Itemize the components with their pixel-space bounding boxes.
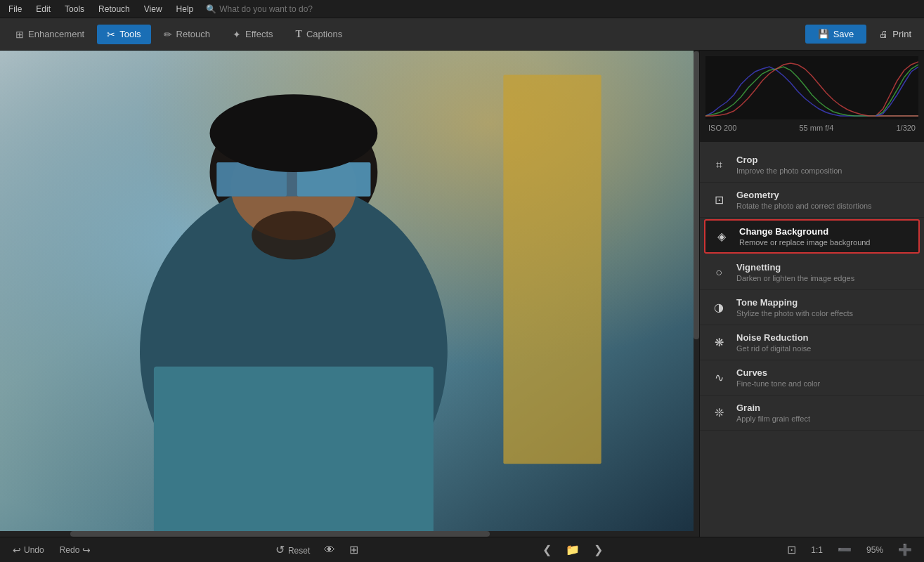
tab-captions[interactable]: T Captions <box>286 25 353 44</box>
tool-item-vignetting[interactable]: ○VignettingDarken or lighten the image e… <box>700 255 924 290</box>
zoom-in-button[interactable]: ➕ <box>894 541 916 558</box>
photo-canvas-area[interactable] <box>0 51 699 537</box>
reset-button[interactable]: ↺ Reset <box>272 541 313 558</box>
change-background-description: Remove or replace image background <box>739 238 871 247</box>
redo-label: Redo <box>60 545 80 555</box>
geometry-description: Rotate the photo and correct distortions <box>736 202 872 210</box>
captions-icon: T <box>296 29 302 40</box>
noise-reduction-text: Noise ReductionGet rid of digital noise <box>736 332 811 353</box>
geometry-name: Geometry <box>736 190 872 200</box>
tab-retouch-label: Retouch <box>176 29 210 39</box>
svg-rect-10 <box>154 367 434 537</box>
prev-button[interactable]: ❮ <box>539 541 555 558</box>
tab-captions-label: Captions <box>306 29 342 39</box>
tab-tools-label: Tools <box>119 29 141 39</box>
enhancement-icon: ⊞ <box>15 29 24 40</box>
noise-reduction-name: Noise Reduction <box>736 332 811 343</box>
menu-bar: File Edit Tools Retouch View Help 🔍 <box>0 0 924 18</box>
toolbar-actions: 💾 Save 🖨 Print <box>805 25 918 44</box>
vignetting-icon: ○ <box>710 263 728 282</box>
tab-effects[interactable]: ✦ Effects <box>223 25 283 44</box>
zoom-level: 95% <box>862 545 887 555</box>
horizontal-scrollbar[interactable] <box>0 531 699 537</box>
next-button[interactable]: ❯ <box>590 541 606 558</box>
vertical-scrollbar[interactable] <box>694 51 699 531</box>
bottom-bar: ↩ Undo Redo ↪ ↺ Reset 👁 ⊞ ❮ 📁 ❯ ⊡ 1:1 ➖ … <box>0 537 924 562</box>
tool-item-noise-reduction[interactable]: ❋Noise ReductionGet rid of digital noise <box>700 325 924 360</box>
curves-text: CurvesFine-tune tone and color <box>736 367 820 388</box>
undo-button[interactable]: ↩ Undo <box>8 542 48 558</box>
histogram-svg <box>705 56 918 119</box>
photo-canvas <box>0 51 699 537</box>
ratio-label: 1:1 <box>811 545 823 555</box>
save-button[interactable]: 💾 Save <box>805 25 867 44</box>
save-icon: 💾 <box>818 29 829 39</box>
histogram-lens: 55 mm f/4 <box>799 124 833 132</box>
crop-icon: ⌗ <box>710 156 728 174</box>
reset-label: Reset <box>288 546 310 556</box>
tone-mapping-name: Tone Mapping <box>736 297 853 308</box>
redo-button[interactable]: Redo ↪ <box>56 542 96 558</box>
fullscreen-button[interactable]: ⊡ <box>783 541 800 558</box>
effects-icon: ✦ <box>233 29 241 40</box>
vignetting-description: Darken or lighten the image edges <box>736 274 854 282</box>
compare-button[interactable]: ⊞ <box>346 541 362 558</box>
crop-description: Improve the photo composition <box>736 166 842 175</box>
vignetting-text: VignettingDarken or lighten the image ed… <box>736 262 854 282</box>
ratio-display[interactable]: 1:1 <box>807 543 827 557</box>
menu-edit[interactable]: Edit <box>33 3 53 15</box>
tools-list: ⌗CropImprove the photo composition⊡Geome… <box>700 142 924 537</box>
curves-description: Fine-tune tone and color <box>736 379 820 388</box>
zoom-out-button[interactable]: ➖ <box>834 541 855 558</box>
redo-icon: ↪ <box>82 544 91 556</box>
right-panel: ISO 200 55 mm f/4 1/320 ⌗CropImprove the… <box>699 51 924 537</box>
geometry-icon: ⊡ <box>710 191 728 209</box>
tool-item-grain[interactable]: ❊GrainApply film grain effect <box>700 396 924 431</box>
svg-rect-3 <box>503 75 601 464</box>
main-area: ISO 200 55 mm f/4 1/320 ⌗CropImprove the… <box>0 51 924 537</box>
curves-icon: ∿ <box>710 369 728 387</box>
menu-tools[interactable]: Tools <box>62 3 87 15</box>
histogram-area: ISO 200 55 mm f/4 1/320 <box>700 51 924 142</box>
tool-item-curves[interactable]: ∿CurvesFine-tune tone and color <box>700 360 924 396</box>
tool-item-tone-mapping[interactable]: ◑Tone MappingStylize the photo with colo… <box>700 290 924 325</box>
histogram-meta: ISO 200 55 mm f/4 1/320 <box>705 119 918 136</box>
toolbar-tabs: ⊞ Enhancement ✂ Tools ✏ Retouch ✦ Effect… <box>6 25 352 44</box>
noise-reduction-description: Get rid of digital noise <box>736 344 811 353</box>
tool-item-geometry[interactable]: ⊡GeometryRotate the photo and correct di… <box>700 183 924 218</box>
tab-retouch[interactable]: ✏ Retouch <box>154 25 220 44</box>
menu-view[interactable]: View <box>141 3 165 15</box>
noise-reduction-icon: ❋ <box>710 334 728 352</box>
vertical-scrollbar-thumb[interactable] <box>694 51 699 339</box>
menu-file[interactable]: File <box>6 3 25 15</box>
undo-icon: ↩ <box>13 544 21 556</box>
reset-icon: ↺ <box>275 544 285 556</box>
tab-enhancement[interactable]: ⊞ Enhancement <box>6 25 94 44</box>
horizontal-scrollbar-thumb[interactable] <box>70 531 490 537</box>
search-input[interactable] <box>219 4 332 14</box>
tool-item-crop[interactable]: ⌗CropImprove the photo composition <box>700 148 924 183</box>
tool-item-change-background[interactable]: ◈Change BackgroundRemove or replace imag… <box>704 219 920 254</box>
menu-help[interactable]: Help <box>174 3 197 15</box>
tools-icon: ✂ <box>107 29 115 40</box>
folder-button[interactable]: 📁 <box>562 541 583 558</box>
menu-retouch[interactable]: Retouch <box>96 3 133 15</box>
crop-name: Crop <box>736 155 842 165</box>
search-box: 🔍 <box>206 4 332 14</box>
change-background-text: Change BackgroundRemove or replace image… <box>739 226 871 247</box>
tab-tools[interactable]: ✂ Tools <box>97 25 150 44</box>
crop-text: CropImprove the photo composition <box>736 155 842 175</box>
eye-button[interactable]: 👁 <box>320 542 339 558</box>
grain-text: GrainApply film grain effect <box>736 403 810 423</box>
histogram-shutter: 1/320 <box>896 124 916 132</box>
tab-enhancement-label: Enhancement <box>28 29 84 39</box>
svg-point-12 <box>252 211 335 259</box>
print-icon: 🖨 <box>879 29 888 39</box>
undo-label: Undo <box>24 545 44 555</box>
save-label: Save <box>833 29 854 39</box>
change-background-icon: ◈ <box>712 228 731 246</box>
photo-svg <box>0 51 699 537</box>
print-button[interactable]: 🖨 Print <box>872 25 918 44</box>
grain-icon: ❊ <box>710 404 728 422</box>
tone-mapping-text: Tone MappingStylize the photo with color… <box>736 297 853 318</box>
